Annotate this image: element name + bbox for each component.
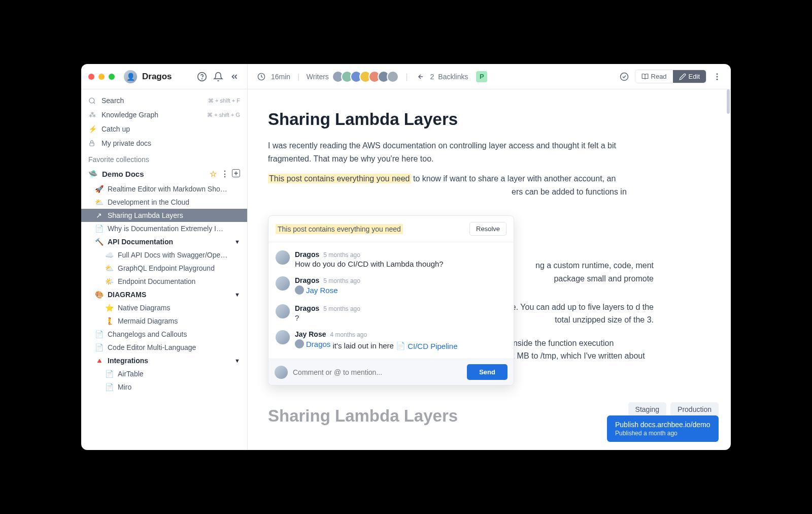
doc-title: Native Diagrams bbox=[118, 304, 170, 312]
mode-toggle: Read Edit bbox=[635, 70, 706, 83]
publish-banner[interactable]: Publish docs.archbee.io/demo Published a… bbox=[607, 415, 719, 442]
comment-highlight: This post contains everything you need bbox=[276, 224, 403, 234]
search-icon bbox=[88, 97, 96, 105]
collection-icon: 🛸 bbox=[88, 170, 98, 179]
minimize-window-icon[interactable] bbox=[98, 74, 105, 80]
scrollbar-thumb[interactable] bbox=[727, 89, 730, 114]
check-circle-icon[interactable] bbox=[619, 71, 630, 82]
comment-input[interactable] bbox=[293, 368, 462, 376]
sidebar-doc-item[interactable]: 🚀Realtime Editor with Markdown Sho… bbox=[81, 182, 247, 196]
doc-emoji-icon: ⭐ bbox=[105, 304, 114, 312]
comment-avatar bbox=[276, 304, 290, 318]
doc-title: Miro bbox=[118, 383, 131, 391]
sidebar-doc-item[interactable]: 📄AirTable bbox=[81, 367, 247, 380]
sidebar-doc-item[interactable]: 📄Why is Documentation Extremely I… bbox=[81, 222, 247, 235]
sidebar-doc-item[interactable]: ☁️Full API Docs with Swagger/Ope… bbox=[81, 248, 247, 262]
window-controls bbox=[88, 74, 115, 80]
doc-title: Integrations bbox=[108, 357, 148, 365]
comment-item: Dragos5 months ago How do you do CI/CD w… bbox=[276, 246, 506, 272]
writers-avatars[interactable] bbox=[335, 71, 399, 83]
highlighted-text[interactable]: This post contains everything you need bbox=[268, 174, 411, 183]
send-button[interactable]: Send bbox=[467, 364, 507, 380]
sidebar-knowledge-graph[interactable]: ⁂ Knowledge Graph ⌘ + shift + G bbox=[81, 108, 247, 122]
sidebar-doc-item[interactable]: 🌤️Endpoint Documentation bbox=[81, 275, 247, 288]
doc-title: Realtime Editor with Markdown Sho… bbox=[108, 185, 227, 193]
backlinks-count[interactable]: 2 bbox=[430, 73, 434, 81]
sidebar-doc-item[interactable]: ⭐Native Diagrams bbox=[81, 301, 247, 314]
sidebar-private-docs[interactable]: My private docs bbox=[81, 136, 247, 150]
writer-avatar[interactable] bbox=[387, 71, 399, 83]
doc-title: DIAGRAMS bbox=[108, 291, 146, 299]
environment-tags: Staging Production bbox=[628, 402, 719, 416]
document-link[interactable]: 📄CI/CD Pipeline bbox=[396, 341, 457, 350]
read-mode-button[interactable]: Read bbox=[635, 70, 673, 83]
sidebar-doc-item[interactable]: ↗Sharing Lambda Layers bbox=[81, 209, 247, 222]
chevron-down-icon[interactable]: ▼ bbox=[234, 292, 240, 298]
paragraph: This post contains everything you need t… bbox=[268, 172, 654, 198]
paragraph: I was recently reading the AWS documenta… bbox=[268, 139, 654, 165]
mention-avatar-icon bbox=[295, 285, 304, 295]
more-menu-icon[interactable] bbox=[712, 71, 723, 82]
comment-avatar bbox=[276, 276, 290, 291]
user-mention[interactable]: Jay Rose bbox=[295, 285, 338, 295]
doc-emoji-icon: ⛅ bbox=[94, 198, 104, 206]
doc-emoji-icon: 🧜 bbox=[105, 317, 114, 325]
chevron-down-icon[interactable]: ▼ bbox=[234, 239, 240, 245]
close-window-icon[interactable] bbox=[88, 74, 94, 80]
collapse-sidebar-icon[interactable] bbox=[229, 71, 240, 82]
status-badge[interactable]: P bbox=[476, 71, 487, 82]
user-avatar[interactable]: 👤 bbox=[124, 70, 137, 83]
sidebar-doc-item[interactable]: 🔺Integrations▼ bbox=[81, 354, 247, 367]
doc-emoji-icon: 📄 bbox=[94, 224, 104, 233]
sidebar-catch-up[interactable]: ⚡ Catch up bbox=[81, 122, 247, 136]
read-time: 16min bbox=[271, 73, 290, 81]
sidebar-doc-item[interactable]: 📄Changelogs and Callouts bbox=[81, 328, 247, 341]
collection-add-icon[interactable]: + bbox=[232, 169, 240, 177]
sidebar-search[interactable]: Search ⌘ + shift + F bbox=[81, 93, 247, 108]
sidebar-doc-item[interactable]: 📄Miro bbox=[81, 380, 247, 394]
titlebar: 👤 Dragos 16min | Writers bbox=[81, 64, 731, 89]
sidebar-doc-item[interactable]: ⛅Development in the Cloud bbox=[81, 196, 247, 209]
comment-item: Dragos5 months ago ? bbox=[276, 300, 506, 326]
lock-icon bbox=[88, 140, 96, 147]
user-name: Dragos bbox=[142, 72, 172, 82]
star-icon[interactable]: ☆ bbox=[210, 169, 217, 179]
sidebar: Search ⌘ + shift + F ⁂ Knowledge Graph ⌘… bbox=[81, 89, 248, 450]
publish-subtitle: Published a month ago bbox=[615, 430, 710, 437]
svg-point-6 bbox=[717, 78, 718, 80]
sidebar-doc-item[interactable]: ⛅GraphQL Endpoint Playground bbox=[81, 262, 247, 275]
maximize-window-icon[interactable] bbox=[109, 74, 115, 80]
publish-title: Publish docs.archbee.io/demo bbox=[615, 421, 710, 429]
backlinks-label[interactable]: Backlinks bbox=[438, 73, 468, 81]
user-mention[interactable]: Dragos bbox=[295, 339, 330, 348]
doc-emoji-icon: ↗ bbox=[94, 211, 104, 219]
doc-emoji-icon: 📄 bbox=[94, 343, 104, 351]
sidebar-collection-demo[interactable]: 🛸 Demo Docs ☆ ⋮ + bbox=[81, 166, 247, 182]
sidebar-section-fav: Favorite collections bbox=[81, 150, 247, 166]
sidebar-doc-item[interactable]: 🧜Mermaid Diagrams bbox=[81, 314, 247, 328]
heading: Sharing Lambda Layers bbox=[268, 406, 654, 426]
doc-emoji-icon: ☁️ bbox=[105, 251, 114, 259]
sidebar-doc-item[interactable]: 📄Code Editor Multi-Language bbox=[81, 341, 247, 354]
tag-production[interactable]: Production bbox=[670, 402, 719, 416]
sidebar-doc-item[interactable]: 🔨API Documentation▼ bbox=[81, 235, 247, 248]
comment-thread-header: This post contains everything you need R… bbox=[268, 216, 514, 242]
lightning-icon: ⚡ bbox=[88, 125, 96, 133]
writers-label[interactable]: Writers bbox=[307, 73, 329, 81]
clock-icon bbox=[256, 71, 267, 82]
comment-list: Dragos5 months ago How do you do CI/CD w… bbox=[268, 242, 514, 359]
svg-point-1 bbox=[202, 78, 202, 79]
resolve-button[interactable]: Resolve bbox=[469, 222, 506, 236]
doc-title: Endpoint Documentation bbox=[118, 277, 195, 285]
collection-more-icon[interactable]: ⋮ bbox=[221, 169, 229, 179]
notifications-icon[interactable] bbox=[213, 71, 224, 82]
tag-staging[interactable]: Staging bbox=[628, 402, 666, 416]
edit-mode-button[interactable]: Edit bbox=[673, 70, 706, 83]
graph-icon: ⁂ bbox=[88, 111, 96, 119]
help-icon[interactable] bbox=[196, 71, 208, 82]
sidebar-doc-item[interactable]: 🎨DIAGRAMS▼ bbox=[81, 288, 247, 301]
chevron-down-icon[interactable]: ▼ bbox=[234, 358, 240, 364]
doc-emoji-icon: 📄 bbox=[105, 370, 114, 378]
doc-title: Changelogs and Callouts bbox=[108, 330, 187, 338]
doc-emoji-icon: 🔨 bbox=[94, 238, 104, 246]
